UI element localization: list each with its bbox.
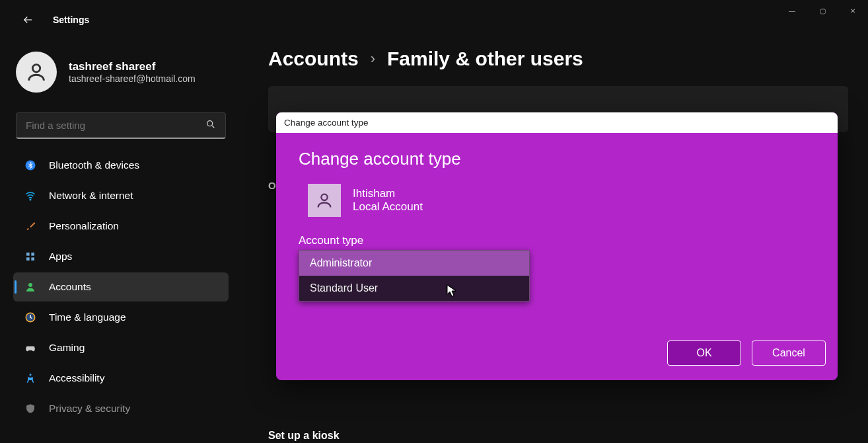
- clock-icon: [24, 311, 37, 324]
- chevron-right-icon: ›: [371, 50, 375, 67]
- nav-bluetooth[interactable]: Bluetooth & devices: [13, 151, 229, 180]
- close-button[interactable]: ✕: [838, 0, 868, 21]
- profile-card[interactable]: tashreef shareef tashreef-shareef@hotmai…: [13, 48, 229, 104]
- nav-label: Accounts: [49, 281, 91, 293]
- svg-rect-6: [26, 257, 30, 261]
- nav-privacy[interactable]: Privacy & security: [13, 394, 229, 423]
- nav-accessibility[interactable]: Accessibility: [13, 364, 229, 393]
- svg-rect-5: [31, 253, 34, 256]
- search-input[interactable]: [26, 120, 199, 131]
- apps-icon: [24, 250, 37, 263]
- gamepad-icon: [24, 341, 37, 354]
- accessibility-icon: [24, 372, 37, 385]
- sidebar: tashreef shareef tashreef-shareef@hotmai…: [0, 34, 236, 443]
- change-account-type-dialog: Change account type Change account type …: [276, 112, 838, 380]
- kiosk-heading: Set up a kiosk: [268, 430, 340, 442]
- nav-label: Personalization: [49, 220, 119, 232]
- svg-point-11: [30, 374, 32, 376]
- nav-accounts[interactable]: Accounts: [13, 272, 229, 302]
- profile-name: tashreef shareef: [69, 60, 196, 73]
- option-standard-user[interactable]: Standard User: [299, 276, 529, 301]
- nav-label: Apps: [49, 251, 72, 262]
- breadcrumb-current: Family & other users: [387, 48, 583, 70]
- search-box[interactable]: [16, 112, 226, 139]
- svg-point-12: [321, 194, 327, 200]
- dialog-user-name: Ihtisham: [353, 187, 423, 200]
- window-controls: — ▢ ✕: [777, 0, 868, 21]
- account-type-label: Account type: [299, 234, 815, 247]
- person-icon: [24, 280, 37, 294]
- nav-label: Bluetooth & devices: [49, 159, 139, 171]
- app-header: Settings: [0, 0, 868, 34]
- dialog-heading: Change account type: [299, 149, 815, 169]
- svg-point-1: [207, 121, 213, 126]
- dialog-titlebar: Change account type: [276, 112, 838, 133]
- app-title: Settings: [53, 15, 89, 25]
- svg-point-0: [32, 65, 40, 72]
- user-avatar: [308, 184, 341, 217]
- profile-email: tashreef-shareef@hotmail.com: [69, 73, 196, 84]
- bluetooth-icon: [24, 159, 37, 172]
- nav-time[interactable]: Time & language: [13, 303, 229, 332]
- svg-point-8: [28, 283, 32, 287]
- nav-apps[interactable]: Apps: [13, 242, 229, 271]
- wifi-icon: [24, 189, 37, 202]
- svg-rect-4: [26, 253, 30, 256]
- nav-gaming[interactable]: Gaming: [13, 333, 229, 362]
- breadcrumb-parent[interactable]: Accounts: [268, 48, 359, 70]
- svg-point-3: [30, 199, 31, 200]
- shield-icon: [24, 402, 37, 415]
- nav-label: Time & language: [49, 311, 126, 323]
- dialog-user-type: Local Account: [353, 200, 423, 214]
- nav-personalization[interactable]: Personalization: [13, 212, 229, 241]
- search-icon: [205, 119, 216, 132]
- breadcrumb: Accounts › Family & other users: [268, 48, 848, 70]
- account-type-dropdown[interactable]: Administrator Standard User: [299, 250, 530, 302]
- dialog-user: Ihtisham Local Account: [308, 184, 815, 217]
- ok-button[interactable]: OK: [667, 341, 741, 366]
- maximize-button[interactable]: ▢: [807, 0, 838, 21]
- nav-list: Bluetooth & devices Network & internet P…: [13, 151, 229, 423]
- svg-rect-7: [31, 257, 34, 261]
- nav-label: Accessibility: [49, 372, 104, 384]
- option-administrator[interactable]: Administrator: [299, 251, 529, 276]
- minimize-button[interactable]: —: [777, 0, 807, 21]
- nav-label: Gaming: [49, 342, 85, 354]
- nav-label: Privacy & security: [49, 403, 130, 415]
- nav-label: Network & internet: [49, 190, 133, 202]
- back-button[interactable]: [18, 11, 37, 29]
- brush-icon: [24, 220, 37, 233]
- avatar: [16, 52, 57, 93]
- cancel-button[interactable]: Cancel: [752, 341, 826, 366]
- nav-network[interactable]: Network & internet: [13, 181, 229, 210]
